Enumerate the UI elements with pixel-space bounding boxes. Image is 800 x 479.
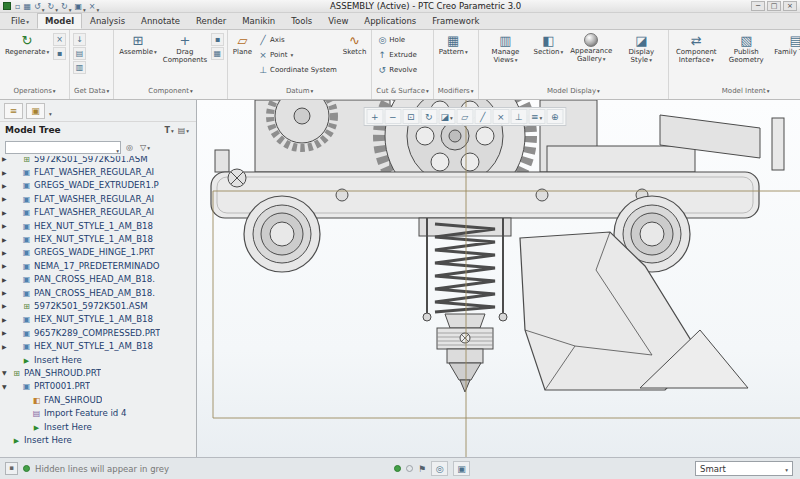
tree-filters-icon[interactable]: T [162, 126, 175, 135]
tree-row[interactable]: Insert Here [0, 420, 196, 433]
tree-row[interactable]: ▶ FLAT_WASHER_REGULAR_AI [0, 165, 196, 178]
left-bearing[interactable] [244, 196, 320, 272]
operations-group-label[interactable]: Operations [0, 87, 69, 99]
tree-columns-icon[interactable]: ▤ [176, 126, 191, 135]
get-data-group-label[interactable]: Get Data [70, 87, 113, 99]
datum-point-display-button[interactable]: × [492, 109, 509, 124]
render-tab[interactable]: Render [188, 13, 234, 29]
close-button[interactable]: × [783, 1, 797, 11]
publish-geometry-button[interactable]: ▧ Publish Geometry [722, 32, 770, 65]
manikin-tab[interactable]: Manikin [234, 13, 283, 29]
assemble-button[interactable]: ⊞ Assemble [117, 32, 159, 58]
tree-search-box[interactable] [5, 141, 121, 154]
small-gear[interactable] [270, 100, 334, 148]
zoom-out-button[interactable]: − [384, 109, 401, 124]
tree-row[interactable]: ▶ FLAT_WASHER_REGULAR_AI [0, 192, 196, 205]
3d-model-viewport[interactable] [197, 100, 800, 457]
copy-geometry-icon[interactable]: ▤ [73, 47, 86, 60]
hotend[interactable] [437, 314, 493, 392]
sketch-button[interactable]: ∿ Sketch [341, 32, 369, 58]
expand-arrow-icon[interactable]: ▼ [2, 383, 11, 390]
drag-components-button[interactable]: + Drag Components [161, 32, 209, 65]
create-component-icon[interactable]: ▪ [211, 33, 224, 46]
display-style-button[interactable]: ◪ [438, 109, 455, 124]
tree-filter-funnel-icon[interactable]: ▽ [138, 143, 152, 152]
tree-row[interactable]: ▶ 9657K289_COMPRESSED.PRT [0, 326, 196, 339]
shrinkwrap-icon[interactable]: ▥ [73, 61, 86, 74]
tree-row[interactable]: Insert Here [0, 353, 196, 366]
tree-row[interactable]: ▼ PAN_SHROUD.PRT [0, 366, 196, 379]
display-style-button[interactable]: ◪ Display Style [617, 32, 665, 65]
spring[interactable] [435, 224, 495, 312]
expand-arrow-icon[interactable]: ▶ [2, 209, 11, 216]
view-tab[interactable]: View [320, 13, 356, 29]
search-history-caret-icon[interactable] [115, 138, 119, 157]
expand-arrow-icon[interactable]: ▶ [2, 195, 11, 202]
applications-tab[interactable]: Applications [356, 13, 424, 29]
navigator-tabs-caret-icon[interactable] [48, 101, 52, 120]
pattern-button[interactable]: ▦ Pattern [437, 32, 470, 58]
expand-arrow-icon[interactable]: ▶ [2, 236, 11, 243]
tree-row[interactable]: ▶ GREGS_WADE_HINGE_1.PRT [0, 246, 196, 259]
hole-button[interactable]: ◎Hole [375, 33, 419, 47]
expand-arrow-icon[interactable]: ▶ [2, 156, 11, 162]
find-in-tree-icon[interactable]: ◎ [124, 143, 135, 152]
expand-arrow-icon[interactable]: ▶ [2, 182, 11, 189]
expand-arrow-icon[interactable]: ▶ [2, 302, 11, 309]
datum-axis-display-button[interactable]: ╱ [474, 109, 491, 124]
expand-arrow-icon[interactable]: ▶ [2, 222, 11, 229]
analysis-tab[interactable]: Analysis [82, 13, 133, 29]
expand-arrow-icon[interactable]: ▶ [2, 262, 11, 269]
tree-row[interactable]: ▶ 5972K501_5972K501.ASM [0, 299, 196, 312]
message-log-toggle-icon[interactable]: ▪ [5, 462, 18, 475]
expand-arrow-icon[interactable]: ▶ [2, 329, 11, 336]
spin-center-button[interactable]: ⊕ [546, 109, 563, 124]
maximize-button[interactable]: □ [767, 1, 781, 11]
datum-group-label[interactable]: Datum [228, 87, 372, 99]
extrude-button[interactable]: ↑Extrude [375, 48, 419, 62]
plane-button[interactable]: ▱ Plane [231, 32, 254, 58]
model-display-group-label[interactable]: Model Display [479, 87, 669, 99]
annotate-tab[interactable]: Annotate [133, 13, 188, 29]
point-button[interactable]: ×Point [256, 48, 339, 62]
component-interface-button[interactable]: ⇄ Component Interface [672, 32, 720, 65]
nozzle[interactable] [449, 363, 481, 380]
zoom-in-button[interactable]: + [366, 109, 383, 124]
tree-row[interactable]: FAN_SHROUD [0, 393, 196, 406]
tree-row[interactable]: ▶ HEX_NUT_STYLE_1_AM_B18 [0, 339, 196, 352]
expand-arrow-icon[interactable]: ▼ [2, 369, 11, 376]
model-tree-tab[interactable]: ≡ [4, 103, 23, 119]
tree-row[interactable]: ▶ PAN_CROSS_HEAD_AM_B18. [0, 286, 196, 299]
operations-tool-icon[interactable]: ▪ [53, 47, 66, 60]
repaint-button[interactable]: ↻ [420, 109, 437, 124]
manage-views-button[interactable]: ▥ Manage Views [482, 32, 530, 65]
delete-icon[interactable]: × [53, 33, 66, 46]
expand-arrow-icon[interactable]: ▶ [2, 343, 11, 350]
tree-row[interactable]: ▶ 5972K501_5972K501.ASM [0, 156, 196, 165]
expand-arrow-icon[interactable]: ▶ [2, 249, 11, 256]
tools-tab[interactable]: Tools [283, 13, 320, 29]
tree-row[interactable]: ▼ PRT0001.PRT [0, 380, 196, 393]
datum-plane-display-button[interactable]: ▱ [456, 109, 473, 124]
hex-screw[interactable] [228, 169, 246, 187]
tree-row[interactable]: ▶ FLAT_WASHER_REGULAR_AI [0, 206, 196, 219]
model-select-button[interactable]: ▣ [453, 461, 470, 476]
annotation-display-button[interactable]: ≡ [528, 109, 545, 124]
file-tab[interactable]: File [3, 13, 37, 29]
model-intent-group-label[interactable]: Model Intent [669, 87, 800, 99]
tree-row[interactable]: ▶ GREGS_WADE_EXTRUDER1.P [0, 179, 196, 192]
tree-row[interactable]: ▶ NEMA_17_PREDETERMINADO [0, 259, 196, 272]
tree-row[interactable]: Import Feature id 4 [0, 406, 196, 419]
cut-surface-group-label[interactable]: Cut & Surface [372, 87, 432, 99]
minimize-button[interactable]: ─ [751, 1, 765, 11]
revolve-button[interactable]: ↺Revolve [375, 63, 419, 77]
model-tab[interactable]: Model [37, 13, 82, 29]
tree-row[interactable]: ▶ HEX_NUT_STYLE_1_AM_B18 [0, 313, 196, 326]
component-group-label[interactable]: Component [114, 87, 227, 99]
tree-row[interactable]: ▶ HEX_NUT_STYLE_1_AM_B18 [0, 232, 196, 245]
expand-arrow-icon[interactable]: ▶ [2, 316, 11, 323]
spring-assembly[interactable] [419, 218, 511, 321]
find-button[interactable]: ◎ [431, 461, 448, 476]
graphics-area[interactable]: + − ⊡ ↻ ◪ [197, 100, 800, 457]
axis-button[interactable]: ╱Axis [256, 33, 339, 47]
